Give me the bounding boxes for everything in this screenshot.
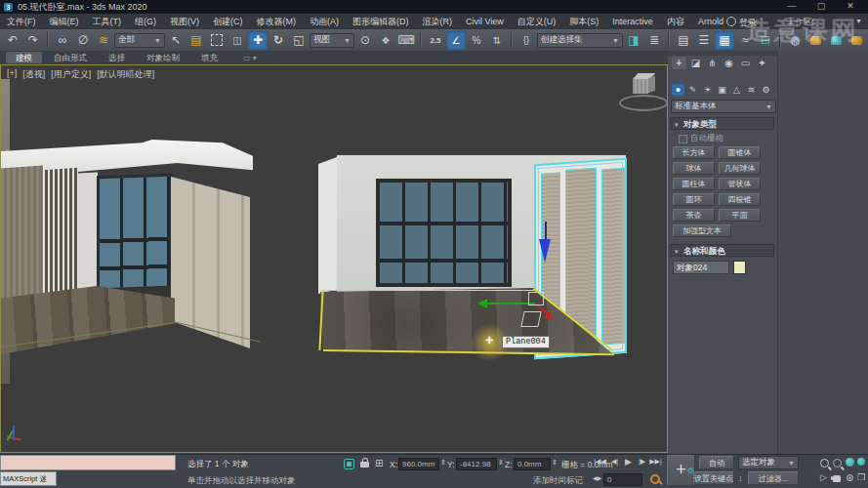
redo-icon[interactable]: ↷ [23, 31, 43, 50]
angle-snap-icon[interactable]: ∠ [446, 31, 466, 50]
zoom-all-icon[interactable] [833, 459, 842, 468]
sign-in-link[interactable]: 登录 [739, 17, 757, 29]
menu-arnold[interactable]: Arnold [691, 14, 730, 29]
menu-modifiers[interactable]: 修改器(M) [250, 14, 304, 29]
tab-utilities[interactable]: ✦ [755, 57, 769, 69]
select-and-move-icon[interactable]: ✚ [248, 31, 268, 50]
ribbon-toggle-icon[interactable]: ▦ [715, 31, 734, 50]
object-color-swatch[interactable] [733, 261, 746, 274]
workspace-dropdown-caret-icon[interactable]: ▼ [855, 18, 862, 24]
mirror-icon[interactable]: ◨ [624, 31, 643, 50]
menu-tools[interactable]: 工具(T) [86, 14, 129, 29]
ribbon-minimize-icon[interactable]: ▭ ▾ [243, 54, 257, 62]
tab-create[interactable]: + [672, 57, 686, 69]
menu-file[interactable]: 文件(F) [0, 14, 43, 29]
selection-lock-icon[interactable] [360, 462, 369, 468]
button-geosphere[interactable]: 几何球体 [719, 162, 761, 175]
y-spinner[interactable]: ⇕ [498, 459, 504, 467]
render-setup-icon[interactable] [806, 31, 825, 50]
button-pyramid[interactable]: 四棱锥 [719, 193, 761, 206]
create-new-key-button[interactable]: + ⚙ [667, 455, 695, 486]
rollout-object-type[interactable]: ▾ 对象类型 [670, 117, 774, 130]
button-cone[interactable]: 圆锥体 [719, 146, 761, 159]
menu-views[interactable]: 视图(V) [163, 14, 206, 29]
align-icon[interactable]: ≣ [644, 31, 664, 50]
key-mode-dropdown[interactable]: 选定对象 ▼ [738, 456, 799, 469]
menu-create[interactable]: 创建(C) [206, 14, 250, 29]
button-tube[interactable]: 管状体 [719, 178, 761, 190]
viewport-user-label[interactable]: [用户定义] [51, 68, 91, 81]
undo-icon[interactable]: ↶ [3, 31, 22, 50]
select-and-rotate-icon[interactable]: ↻ [269, 31, 288, 50]
tab-hierarchy[interactable]: ⋔ [705, 57, 720, 69]
button-teapot[interactable]: 茶壶 [673, 209, 715, 222]
rendered-frame-window-icon[interactable] [826, 31, 846, 50]
ribbon-tab-populate[interactable]: 填充 [191, 52, 227, 63]
x-spinner[interactable]: ⇕ [440, 459, 446, 467]
maximize-button[interactable]: ▢ [808, 0, 834, 13]
perspective-viewport[interactable]: ✚ Plane004 [+] [透视] [用户定义] [默认明暗处理] [0, 64, 668, 453]
set-keys-icon[interactable] [650, 474, 660, 484]
add-time-tag[interactable]: 添加时间标记 [533, 475, 583, 487]
button-plane[interactable]: 平面 [719, 209, 761, 222]
menu-animation[interactable]: 动画(A) [303, 14, 346, 29]
spinner-snap-icon[interactable]: ⇅ [487, 31, 507, 50]
named-selection-sets-dropdown[interactable]: 创建选择集 ▼ [537, 33, 623, 48]
isolate-selection-toggle-icon[interactable] [344, 459, 354, 469]
tab-modify[interactable]: ◪ [688, 57, 703, 69]
menu-scripting[interactable]: 脚本(S) [562, 14, 605, 29]
zoom-extents-all-icon[interactable] [857, 458, 865, 466]
play-button-icon[interactable]: ▶ [622, 457, 635, 467]
field-of-view-icon[interactable]: ▷ [820, 472, 827, 482]
button-box[interactable]: 长方体 [673, 146, 715, 159]
tab-motion[interactable]: ◉ [722, 57, 736, 69]
select-by-name-icon[interactable]: ▤ [186, 31, 206, 50]
category-cameras[interactable]: ▣ [716, 84, 728, 96]
y-coord-field[interactable]: -8412.98 [456, 458, 497, 470]
current-frame-field[interactable]: 0 [603, 473, 642, 486]
rollout-name-and-color[interactable]: ▾ 名称和颜色 [670, 244, 774, 257]
z-spinner[interactable]: ⇕ [552, 459, 558, 467]
button-cylinder[interactable]: 圆柱体 [673, 178, 715, 190]
render-production-icon[interactable] [847, 31, 866, 50]
category-geometry[interactable]: ● [672, 84, 684, 96]
snaps-toggle-25d[interactable]: 2.5 [426, 31, 445, 50]
minimize-button[interactable]: — [779, 0, 805, 13]
select-and-scale-icon[interactable]: ◱ [289, 31, 309, 50]
tab-display[interactable]: ▭ [738, 57, 753, 69]
category-space-warps[interactable]: ≋ [745, 84, 758, 96]
menu-graph-editors[interactable]: 图形编辑器(D) [346, 14, 416, 29]
frame-arrows-icon[interactable]: ◀▶ [591, 474, 603, 481]
zoom-extents-icon[interactable] [846, 458, 854, 467]
zoom-icon[interactable] [820, 459, 829, 468]
filters-button[interactable]: 过滤器... [748, 471, 799, 485]
menu-group[interactable]: 组(G) [128, 14, 163, 29]
pan-hand-icon[interactable] [833, 475, 841, 482]
menu-civil-view[interactable]: Civil View [459, 14, 511, 29]
offset-mode-icon[interactable]: ⊞ [375, 458, 383, 468]
layer-explorer-icon[interactable]: ☰ [694, 31, 714, 50]
ribbon-tab-object-paint[interactable]: 对象绘制 [137, 52, 189, 63]
ribbon-tab-freeform[interactable]: 自由形式 [44, 52, 97, 63]
selection-filter-dropdown[interactable]: 全部 ▼ [114, 33, 165, 48]
go-to-end-icon[interactable]: ▶▶| [649, 458, 662, 466]
rectangular-selection-region-icon[interactable] [207, 31, 227, 50]
object-name-field[interactable]: 对象024 [673, 261, 729, 274]
key-filters-icon[interactable]: ⁝ [739, 473, 742, 483]
select-and-link-icon[interactable]: ∞ [53, 31, 72, 50]
ribbon-tab-selection[interactable]: 选择 [99, 52, 135, 63]
viewport-pov-label[interactable]: [透视] [22, 68, 45, 81]
z-coord-field[interactable]: 0.0mm [514, 458, 551, 470]
close-button[interactable]: ✕ [838, 0, 863, 13]
ribbon-tab-modeling[interactable]: 建模 [6, 52, 42, 63]
window-crossing-icon[interactable]: ◫ [227, 31, 247, 50]
select-object-icon[interactable]: ↖ [166, 31, 186, 50]
go-to-start-icon[interactable]: |◀◀ [594, 458, 606, 466]
menu-rendering[interactable]: 渲染(R) [416, 14, 460, 29]
category-helpers[interactable]: △ [730, 84, 743, 96]
schematic-view-icon[interactable]: ⊟ [756, 31, 775, 50]
viewport-menu-plus[interactable]: [+] [7, 68, 17, 81]
edit-named-selection-sets-icon[interactable]: {} [517, 31, 536, 50]
autogrid-checkbox[interactable] [679, 135, 687, 143]
menu-interactive[interactable]: Interactive [605, 14, 660, 29]
